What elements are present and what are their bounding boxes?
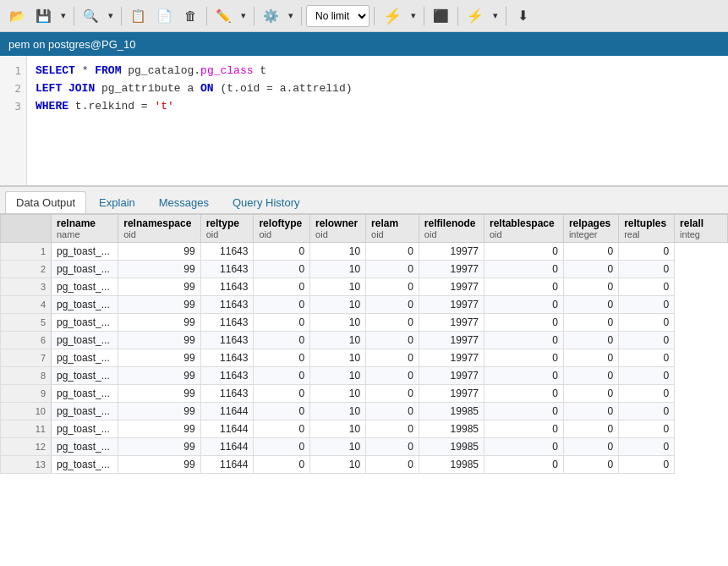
- cell-value: 11643: [200, 367, 254, 385]
- cell-value: 10: [310, 438, 366, 456]
- open-file-btn[interactable]: 📂: [5, 4, 30, 28]
- cell-value: 0: [563, 420, 618, 438]
- cell-value: 19977: [419, 243, 484, 261]
- col-header-reloftype: reloftype oid: [254, 215, 310, 243]
- cell-value: 11644: [200, 403, 254, 420]
- table-row[interactable]: 4pg_toast_...9911643010019977000: [1, 296, 728, 314]
- tab-data-output[interactable]: Data Output: [5, 191, 86, 213]
- find-dropdown-btn[interactable]: ▾: [105, 4, 117, 28]
- cell-value: 0: [366, 456, 419, 474]
- cell-value: 10: [310, 261, 366, 278]
- cell-value: 0: [563, 332, 618, 349]
- cell-value: 0: [366, 367, 419, 385]
- cell-value: 0: [254, 403, 310, 420]
- table-row[interactable]: 13pg_toast_...9911644010019985000: [1, 456, 728, 474]
- execute-dropdown-btn[interactable]: ▾: [408, 4, 419, 28]
- edit-dropdown-btn[interactable]: ▾: [238, 4, 249, 28]
- col-header-reltablespace: reltablespace oid: [484, 215, 563, 243]
- cell-relname: pg_toast_...: [52, 438, 118, 456]
- corner-header: [1, 215, 52, 243]
- cell-value: 10: [310, 385, 366, 403]
- divider-5: [301, 7, 302, 25]
- cell-value: 99: [118, 420, 200, 438]
- cell-value: 19977: [419, 261, 484, 278]
- save-btn[interactable]: 💾: [31, 4, 56, 28]
- cell-value: 19977: [419, 314, 484, 332]
- filter-dropdown-btn[interactable]: ▾: [285, 4, 297, 28]
- col-header-relname: relname name: [52, 215, 118, 243]
- data-table-wrapper[interactable]: relname name relnamespace oid reltype oi…: [0, 214, 728, 566]
- cell-value: 10: [310, 296, 366, 314]
- divider-8: [457, 7, 458, 25]
- cell-relname: pg_toast_...: [52, 261, 118, 278]
- cell-value: 0: [254, 332, 310, 349]
- cell-value: 0: [484, 456, 563, 474]
- table-row[interactable]: 1pg_toast_...9911643010019977000: [1, 243, 728, 261]
- tab-explain[interactable]: Explain: [88, 191, 146, 213]
- stop-btn[interactable]: ⬛: [429, 4, 453, 28]
- table-row[interactable]: 6pg_toast_...9911643010019977000: [1, 332, 728, 349]
- cell-value: 10: [310, 332, 366, 349]
- edit-btn[interactable]: ✏️: [211, 4, 236, 28]
- table-row[interactable]: 10pg_toast_...9911644010019985000: [1, 403, 728, 420]
- cell-value: 0: [563, 349, 618, 367]
- cell-value: 10: [310, 314, 366, 332]
- line-numbers: 1 2 3: [0, 56, 27, 185]
- explain-dropdown-btn[interactable]: ▾: [490, 4, 501, 28]
- cell-value: 0: [366, 261, 419, 278]
- download-btn[interactable]: ⬇: [511, 4, 534, 28]
- table-row[interactable]: 3pg_toast_...9911643010019977000: [1, 278, 728, 296]
- cell-value: 19977: [419, 278, 484, 296]
- row-number: 11: [1, 420, 52, 438]
- cell-value: 19985: [419, 438, 484, 456]
- cell-value: 0: [366, 420, 419, 438]
- cell-value: 0: [254, 314, 310, 332]
- cell-value: 0: [366, 314, 419, 332]
- cell-value: 11643: [200, 349, 254, 367]
- limit-select[interactable]: No limit 10 100 1000: [306, 5, 369, 27]
- col-header-relowner: relowner oid: [310, 215, 366, 243]
- cell-value: 0: [484, 243, 563, 261]
- cell-value: 99: [118, 456, 200, 474]
- cell-value: 11643: [200, 385, 254, 403]
- save-dropdown-btn[interactable]: ▾: [57, 4, 69, 28]
- explain-btn[interactable]: ⚡: [463, 4, 488, 28]
- cell-value: 99: [118, 403, 200, 420]
- cell-value: 0: [254, 420, 310, 438]
- find-btn[interactable]: 🔍: [79, 4, 103, 28]
- results-table: relname name relnamespace oid reltype oi…: [0, 214, 728, 474]
- table-row[interactable]: 2pg_toast_...9911643010019977000: [1, 261, 728, 278]
- cell-relname: pg_toast_...: [52, 332, 118, 349]
- cell-value: 0: [484, 314, 563, 332]
- cell-value: 99: [118, 278, 200, 296]
- cell-value: 0: [254, 296, 310, 314]
- cell-value: 0: [366, 349, 419, 367]
- cell-value: 0: [619, 420, 675, 438]
- table-row[interactable]: 8pg_toast_...9911643010019977000: [1, 367, 728, 385]
- table-row[interactable]: 7pg_toast_...9911643010019977000: [1, 349, 728, 367]
- cell-value: 0: [366, 385, 419, 403]
- sql-content[interactable]: SELECT * FROM pg_catalog.pg_class t LEFT…: [27, 56, 728, 185]
- table-row[interactable]: 5pg_toast_...9911643010019977000: [1, 314, 728, 332]
- cell-value: 11643: [200, 243, 254, 261]
- table-row[interactable]: 9pg_toast_...9911643010019977000: [1, 385, 728, 403]
- sql-editor[interactable]: 1 2 3 SELECT * FROM pg_catalog.pg_class …: [0, 56, 728, 187]
- execute-btn[interactable]: ⚡: [379, 4, 406, 28]
- cell-relname: pg_toast_...: [52, 403, 118, 420]
- cell-value: 11644: [200, 420, 254, 438]
- copy-btn[interactable]: 📋: [126, 4, 151, 28]
- delete-btn[interactable]: 🗑: [178, 4, 202, 28]
- table-row[interactable]: 12pg_toast_...9911644010019985000: [1, 438, 728, 456]
- cell-value: 0: [563, 278, 618, 296]
- paste-btn[interactable]: 📄: [152, 4, 177, 28]
- tab-query-history[interactable]: Query History: [222, 191, 310, 213]
- filter-btn[interactable]: ⚙️: [259, 4, 283, 28]
- cell-relname: pg_toast_...: [52, 420, 118, 438]
- cell-value: 10: [310, 243, 366, 261]
- cell-value: 0: [254, 261, 310, 278]
- tab-messages[interactable]: Messages: [148, 191, 220, 213]
- row-number: 8: [1, 367, 52, 385]
- table-row[interactable]: 11pg_toast_...9911644010019985000: [1, 420, 728, 438]
- cell-value: 0: [366, 243, 419, 261]
- cell-value: 10: [310, 367, 366, 385]
